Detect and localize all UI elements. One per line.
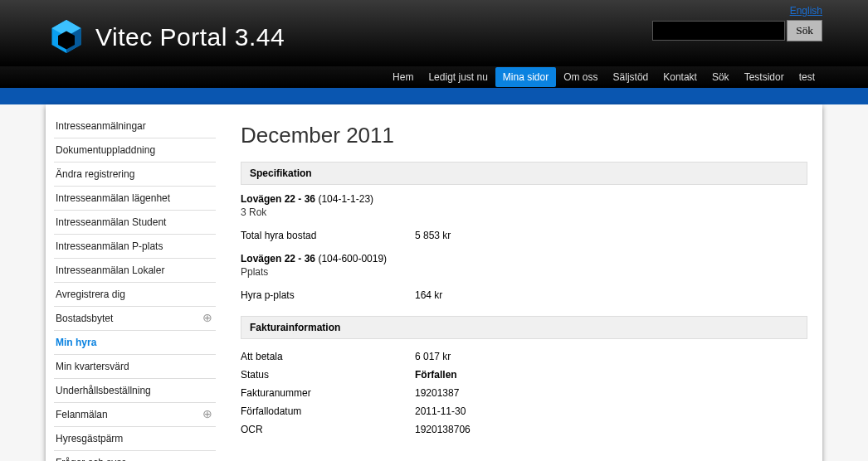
invoice-row: Fakturanummer19201387 (241, 384, 807, 402)
spec2-row-label: Hyra p-plats (241, 289, 415, 301)
invoice-row-value: 1920138706 (415, 424, 471, 435)
invoice-row-value: 6 017 kr (415, 351, 451, 362)
spec1-name: Lovägen 22 - 36 (241, 193, 315, 205)
nav-item-kontakt[interactable]: Kontakt (656, 67, 705, 87)
expand-icon[interactable]: ⊕ (202, 313, 212, 323)
invoice-row: StatusFörfallen (241, 366, 807, 384)
sidebar-item-felanm-lan[interactable]: Felanmälan⊕ (54, 403, 216, 427)
top-bar: English Sök Vitec Portal 3.44 (0, 0, 868, 66)
invoice-row-value: 19201387 (415, 387, 459, 399)
spec1-code: (104-1-1-23) (315, 193, 373, 205)
sidebar-item-fr-gor-och-svar[interactable]: Frågor och svar (54, 451, 216, 461)
sidebar-item-min-kvartersv-rd[interactable]: Min kvartersvärd (54, 355, 216, 379)
invoice-row-label: Fakturanummer (241, 387, 415, 399)
nav-bar: HemLedigt just nuMina sidorOm ossSäljstö… (0, 66, 868, 88)
nav-item-hem[interactable]: Hem (385, 67, 421, 87)
spec1-type: 3 Rok (241, 205, 807, 218)
sidebar-item-intresseanm-lan-l-genhet[interactable]: Intresseanmälan lägenhet (54, 187, 216, 211)
invoice-row-label: Att betala (241, 351, 415, 362)
search-box: Sök (652, 20, 822, 41)
main-content: December 2011 Specifikation Lovägen 22 -… (241, 114, 807, 461)
page-title: December 2011 (241, 123, 807, 148)
spec2-code: (104-600-0019) (315, 253, 387, 264)
nav-item-mina-sidor[interactable]: Mina sidor (495, 67, 556, 87)
invoice-row-value: Förfallen (415, 369, 457, 381)
invoice-row-label: OCR (241, 424, 415, 435)
content-area: IntresseanmälningarDokumentuppladdningÄn… (0, 104, 868, 461)
blue-strip (0, 88, 868, 104)
invoice-row-label: Förfallodatum (241, 405, 415, 417)
section-header-spec: Specifikation (241, 162, 807, 185)
search-button[interactable]: Sök (787, 20, 822, 41)
search-input[interactable] (652, 21, 785, 41)
sidebar-item-bostadsbytet[interactable]: Bostadsbytet⊕ (54, 307, 216, 331)
nav-item-säljstöd[interactable]: Säljstöd (606, 67, 656, 87)
sidebar-item-hyresg-stp-rm[interactable]: Hyresgästpärm (54, 427, 216, 451)
sidebar-item-intresseanm-lningar[interactable]: Intresseanmälningar (54, 114, 216, 138)
sidebar-item-intresseanm-lan-p-plats[interactable]: Intresseanmälan P-plats (54, 235, 216, 259)
sidebar-item--ndra-registrering[interactable]: Ändra registrering (54, 163, 216, 187)
spec1-row-value: 5 853 kr (415, 230, 451, 241)
invoice-row-label: Status (241, 369, 415, 381)
invoice-row: Att betala6 017 kr (241, 347, 807, 366)
sidebar-item-avregistrera-dig[interactable]: Avregistrera dig (54, 283, 216, 307)
section-header-invoice: Fakturainformation (241, 316, 807, 339)
invoice-row: Förfallodatum2011-11-30 (241, 402, 807, 420)
logo-text: Vitec Portal 3.44 (95, 23, 285, 51)
language-link[interactable]: English (790, 5, 822, 17)
spec1-row-label: Total hyra bostad (241, 230, 415, 241)
logo[interactable]: Vitec Portal 3.44 (46, 17, 285, 58)
sidebar-item-intresseanm-lan-student[interactable]: Intresseanmälan Student (54, 211, 216, 235)
invoice-row-value: 2011-11-30 (415, 405, 466, 417)
invoice-row: OCR1920138706 (241, 420, 807, 439)
sidebar-item-intresseanm-lan-lokaler[interactable]: Intresseanmälan Lokaler (54, 259, 216, 283)
sidebar-item-underh-llsbest-llning[interactable]: Underhållsbeställning (54, 379, 216, 403)
expand-icon[interactable]: ⊕ (202, 409, 212, 419)
spec2-name: Lovägen 22 - 36 (241, 253, 315, 264)
nav-item-test[interactable]: test (792, 67, 822, 87)
logo-icon (46, 17, 87, 58)
sidebar: IntresseanmälningarDokumentuppladdningÄn… (54, 114, 216, 461)
nav-item-om-oss[interactable]: Om oss (556, 67, 605, 87)
spec2-row-value: 164 kr (415, 289, 442, 301)
sidebar-item-dokumentuppladdning[interactable]: Dokumentuppladdning (54, 138, 216, 163)
sidebar-item-min-hyra[interactable]: Min hyra (54, 331, 216, 355)
nav-item-testsidor[interactable]: Testsidor (737, 67, 792, 87)
spec2-type: Pplats (241, 264, 807, 278)
nav-item-ledigt-just-nu[interactable]: Ledigt just nu (421, 67, 495, 87)
nav-item-sök[interactable]: Sök (705, 67, 737, 87)
